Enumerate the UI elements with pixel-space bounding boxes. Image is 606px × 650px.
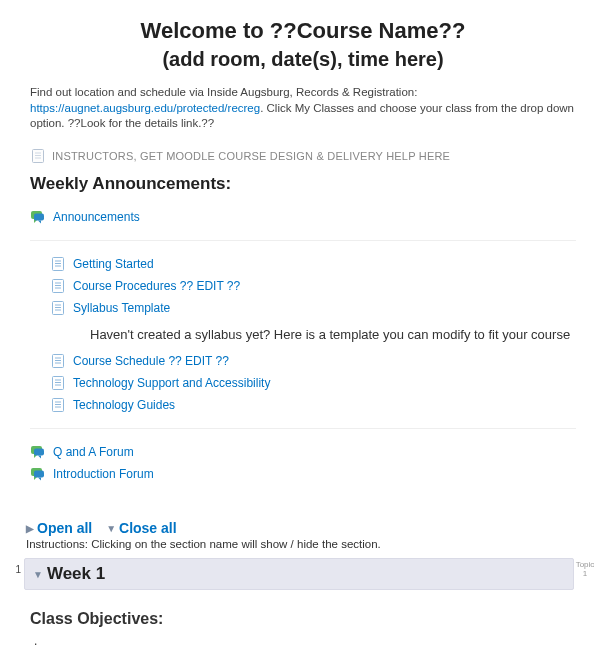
qa-forum-link[interactable]: Q and A Forum xyxy=(53,445,134,459)
introduction-forum-link[interactable]: Introduction Forum xyxy=(53,467,154,481)
class-objectives-heading: Class Objectives: xyxy=(30,610,576,628)
collapse-instructions: Instructions: Clicking on the section na… xyxy=(0,536,606,558)
document-icon xyxy=(50,375,66,391)
chevron-down-icon: ▼ xyxy=(106,523,116,534)
objectives-bullet: . xyxy=(34,634,576,648)
resources-bottom-list: Course Schedule ?? EDIT ?? Technology Su… xyxy=(50,350,576,416)
tech-support-link[interactable]: Technology Support and Accessibility xyxy=(73,376,270,390)
document-icon xyxy=(50,397,66,413)
syllabus-desc: Haven't created a syllabus yet? Here is … xyxy=(90,327,570,342)
syllabus-template-link[interactable]: Syllabus Template xyxy=(73,301,170,315)
forum-icon xyxy=(30,209,46,225)
intro-pre: Find out location and schedule via Insid… xyxy=(30,86,417,98)
instructor-help-link[interactable]: INSTRUCTORS, GET MOODLE COURSE DESIGN & … xyxy=(52,150,450,162)
week-content: Class Objectives: . Materials and Assign… xyxy=(0,590,606,650)
close-all-button[interactable]: ▼ Close all xyxy=(106,520,177,536)
document-icon xyxy=(50,353,66,369)
announcements-list: Announcements xyxy=(30,206,576,228)
intro-text: Find out location and schedule via Insid… xyxy=(30,85,576,132)
course-subtitle: (add room, date(s), time here) xyxy=(30,48,576,71)
open-all-button[interactable]: ▶ Open all xyxy=(26,520,92,536)
instructor-help-row: INSTRUCTORS, GET MOODLE COURSE DESIGN & … xyxy=(30,148,576,164)
getting-started-link[interactable]: Getting Started xyxy=(73,257,154,271)
document-icon xyxy=(50,256,66,272)
document-icon xyxy=(50,300,66,316)
open-all-label: Open all xyxy=(37,520,92,536)
document-icon xyxy=(50,278,66,294)
weekly-announcements-heading: Weekly Announcements: xyxy=(30,174,576,194)
close-all-label: Close all xyxy=(119,520,177,536)
topic-number: 1 xyxy=(10,558,24,590)
page-icon xyxy=(30,148,46,164)
forum-icon xyxy=(30,466,46,482)
forums-list: Q and A Forum Introduction Forum xyxy=(30,441,576,485)
week-title: Week 1 xyxy=(47,564,105,584)
recreg-link[interactable]: https://augnet.augsburg.edu/protected/re… xyxy=(30,102,260,114)
collapse-controls: ▶ Open all ▼ Close all xyxy=(0,513,606,537)
course-title: Welcome to ??Course Name?? xyxy=(30,18,576,44)
resources-block: Getting Started Course Procedures ?? EDI… xyxy=(30,253,576,416)
tech-guides-link[interactable]: Technology Guides xyxy=(73,398,175,412)
chevron-right-icon: ▶ xyxy=(26,523,34,534)
svg-rect-33 xyxy=(34,470,44,477)
svg-rect-31 xyxy=(34,448,44,455)
announcements-forum-link[interactable]: Announcements xyxy=(53,210,140,224)
topic-row: 1 ▼ Week 1 Topic 1 xyxy=(0,558,606,590)
course-schedule-link[interactable]: Course Schedule ?? EDIT ?? xyxy=(73,354,229,368)
divider xyxy=(30,240,576,241)
course-main-section: Welcome to ??Course Name?? (add room, da… xyxy=(0,0,606,513)
chevron-down-icon: ▼ xyxy=(33,569,43,580)
forum-icon xyxy=(30,444,46,460)
course-procedures-link[interactable]: Course Procedures ?? EDIT ?? xyxy=(73,279,240,293)
topic-side-label: Topic 1 xyxy=(574,558,596,590)
resources-top-list: Getting Started Course Procedures ?? EDI… xyxy=(50,253,576,319)
week-header-toggle[interactable]: ▼ Week 1 xyxy=(24,558,574,590)
svg-rect-5 xyxy=(34,213,44,220)
divider xyxy=(30,428,576,429)
